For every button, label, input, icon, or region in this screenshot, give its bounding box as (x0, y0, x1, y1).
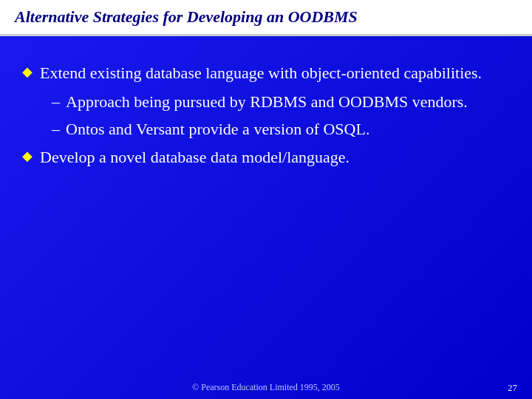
sub-text-2: Ontos and Versant provide a version of O… (66, 120, 369, 138)
bullet-text-1: Extend existing database language with o… (40, 62, 482, 85)
slide-title: Alternative Strategies for Developing an… (15, 7, 358, 26)
bullet-diamond-2: ◆ (22, 148, 33, 164)
bullet-diamond-1: ◆ (22, 64, 33, 80)
dash-1: – (52, 92, 60, 111)
page-number: 27 (508, 382, 517, 394)
sub-text-1: Approach being pursued by RDBMS and OODB… (66, 92, 468, 111)
slide-container: Alternative Strategies for Developing an… (0, 0, 532, 399)
sub-bullet-text-2: –Ontos and Versant provide a version of … (52, 120, 369, 138)
bullet-item-1: ◆ Extend existing database language with… (22, 62, 510, 85)
content-block: ◆ Extend existing database language with… (22, 62, 510, 175)
footer: © Pearson Education Limited 1995, 2005 2… (0, 376, 532, 399)
sub-bullet-1: –Approach being pursued by RDBMS and OOD… (52, 91, 510, 114)
dash-2: – (52, 120, 60, 138)
sub-bullet-2: –Ontos and Versant provide a version of … (52, 118, 510, 141)
sub-bullet-text-1: –Approach being pursued by RDBMS and OOD… (52, 92, 468, 111)
bullet-text-2: Develop a novel database data model/lang… (40, 146, 349, 169)
copyright-text: © Pearson Education Limited 1995, 2005 (192, 382, 340, 393)
bullet-item-2: ◆ Develop a novel database data model/la… (22, 146, 510, 169)
title-bar: Alternative Strategies for Developing an… (0, 0, 532, 36)
content-area: ◆ Extend existing database language with… (0, 36, 532, 376)
